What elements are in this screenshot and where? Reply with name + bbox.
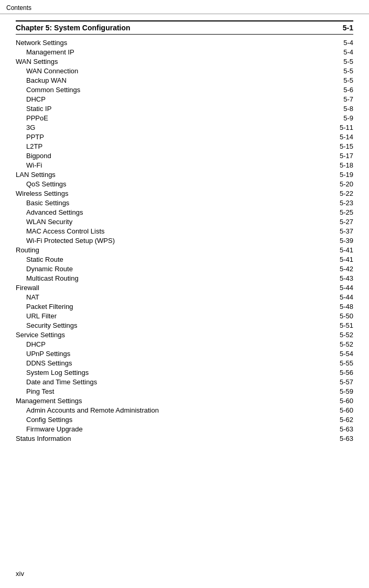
- toc-page: 5-4: [310, 38, 353, 47]
- toc-row: Routing5-41: [16, 245, 353, 254]
- toc-page: 5-50: [310, 311, 353, 320]
- toc-page: 5-17: [310, 151, 353, 160]
- toc-row: L2TP5-15: [16, 141, 353, 151]
- toc-label: Wireless Settings: [16, 188, 310, 198]
- toc-label: Bigpond: [16, 151, 310, 160]
- toc-row: WAN Settings5-5: [16, 57, 353, 66]
- toc-label: DHCP: [16, 339, 310, 349]
- toc-label: Routing: [16, 245, 310, 254]
- toc-page: 5-41: [310, 254, 353, 264]
- toc-page: 5-6: [310, 85, 353, 94]
- toc-page: 5-55: [310, 358, 353, 368]
- toc-label: DHCP: [16, 94, 310, 104]
- toc-table: Network Settings5-4Management IP5-4WAN S…: [16, 38, 353, 443]
- toc-row: Firewall5-44: [16, 283, 353, 292]
- toc-page: 5-52: [310, 330, 353, 339]
- toc-label: L2TP: [16, 141, 310, 151]
- toc-row: Packet Filtering5-48: [16, 302, 353, 311]
- toc-page: 5-11: [310, 123, 353, 132]
- toc-page: 5-7: [310, 94, 353, 104]
- toc-page: 5-22: [310, 188, 353, 198]
- toc-row: Common Settings5-6: [16, 85, 353, 94]
- toc-label: Wi-Fi: [16, 160, 310, 170]
- toc-label: Firmware Upgrade: [16, 424, 310, 434]
- toc-page: 5-52: [310, 339, 353, 349]
- toc-label: Admin Accounts and Remote Administration: [16, 405, 310, 415]
- toc-label: Date and Time Settings: [16, 377, 310, 386]
- toc-label: Management IP: [16, 47, 310, 57]
- chapter-page: 5-1: [343, 24, 353, 32]
- footer-page-label: xiv: [16, 570, 24, 578]
- toc-label: Ping Test: [16, 386, 310, 396]
- toc-row: Dynamic Route5-42: [16, 264, 353, 273]
- toc-page: 5-48: [310, 302, 353, 311]
- toc-label: Management Settings: [16, 396, 310, 405]
- toc-row: LAN Settings5-19: [16, 170, 353, 179]
- toc-page: 5-44: [310, 283, 353, 292]
- toc-page: 5-19: [310, 170, 353, 179]
- toc-row: Network Settings5-4: [16, 38, 353, 47]
- toc-row: Config Settings5-62: [16, 415, 353, 424]
- toc-label: WAN Connection: [16, 66, 310, 75]
- toc-label: Static IP: [16, 104, 310, 113]
- toc-page: 5-20: [310, 179, 353, 188]
- toc-page: 5-63: [310, 424, 353, 434]
- toc-label: Static Route: [16, 254, 310, 264]
- toc-page: 5-27: [310, 217, 353, 226]
- toc-page: 5-5: [310, 75, 353, 85]
- toc-row: Static Route5-41: [16, 254, 353, 264]
- toc-row: PPPoE5-9: [16, 113, 353, 123]
- toc-row: UPnP Settings5-54: [16, 349, 353, 358]
- toc-label: Service Settings: [16, 330, 310, 339]
- toc-row: Backup WAN5-5: [16, 75, 353, 85]
- toc-page: 5-4: [310, 47, 353, 57]
- toc-label: QoS Settings: [16, 179, 310, 188]
- toc-row: PPTP5-14: [16, 132, 353, 141]
- toc-label: MAC Access Control Lists: [16, 226, 310, 236]
- toc-page: 5-37: [310, 226, 353, 236]
- toc-row: DDNS Settings5-55: [16, 358, 353, 368]
- toc-row: Security Settings5-51: [16, 320, 353, 330]
- toc-page: 5-5: [310, 66, 353, 75]
- content-area: Chapter 5: System Configuration 5-1 Netw…: [0, 14, 369, 459]
- toc-label: Common Settings: [16, 85, 310, 94]
- toc-row: Admin Accounts and Remote Administration…: [16, 405, 353, 415]
- toc-page: 5-42: [310, 264, 353, 273]
- toc-label: Basic Settings: [16, 198, 310, 207]
- toc-label: WAN Settings: [16, 57, 310, 66]
- toc-row: Basic Settings5-23: [16, 198, 353, 207]
- toc-page: 5-54: [310, 349, 353, 358]
- toc-row: Ping Test5-59: [16, 386, 353, 396]
- toc-row: System Log Settings5-56: [16, 368, 353, 377]
- toc-label: 3G: [16, 123, 310, 132]
- toc-label: Dynamic Route: [16, 264, 310, 273]
- toc-row: NAT5-44: [16, 292, 353, 302]
- chapter-title: Chapter 5: System Configuration: [16, 24, 131, 32]
- toc-page: 5-9: [310, 113, 353, 123]
- toc-row: Status Information5-63: [16, 434, 353, 443]
- chapter-header: Chapter 5: System Configuration 5-1: [16, 20, 353, 35]
- toc-label: Backup WAN: [16, 75, 310, 85]
- toc-page: 5-8: [310, 104, 353, 113]
- toc-row: QoS Settings5-20: [16, 179, 353, 188]
- toc-label: PPPoE: [16, 113, 310, 123]
- toc-label: Wi-Fi Protected Setup (WPS): [16, 236, 310, 245]
- toc-label: DDNS Settings: [16, 358, 310, 368]
- toc-page: 5-60: [310, 405, 353, 415]
- toc-page: 5-63: [310, 434, 353, 443]
- toc-label: URL Filter: [16, 311, 310, 320]
- toc-row: Wireless Settings5-22: [16, 188, 353, 198]
- toc-page: 5-23: [310, 198, 353, 207]
- contents-text: Contents: [6, 4, 31, 12]
- toc-label: PPTP: [16, 132, 310, 141]
- toc-page: 5-62: [310, 415, 353, 424]
- toc-label: Config Settings: [16, 415, 310, 424]
- toc-label: UPnP Settings: [16, 349, 310, 358]
- toc-row: WAN Connection5-5: [16, 66, 353, 75]
- toc-row: Service Settings5-52: [16, 330, 353, 339]
- toc-page: 5-43: [310, 273, 353, 283]
- toc-label: Status Information: [16, 434, 310, 443]
- toc-page: 5-15: [310, 141, 353, 151]
- toc-row: Wi-Fi5-18: [16, 160, 353, 170]
- toc-page: 5-14: [310, 132, 353, 141]
